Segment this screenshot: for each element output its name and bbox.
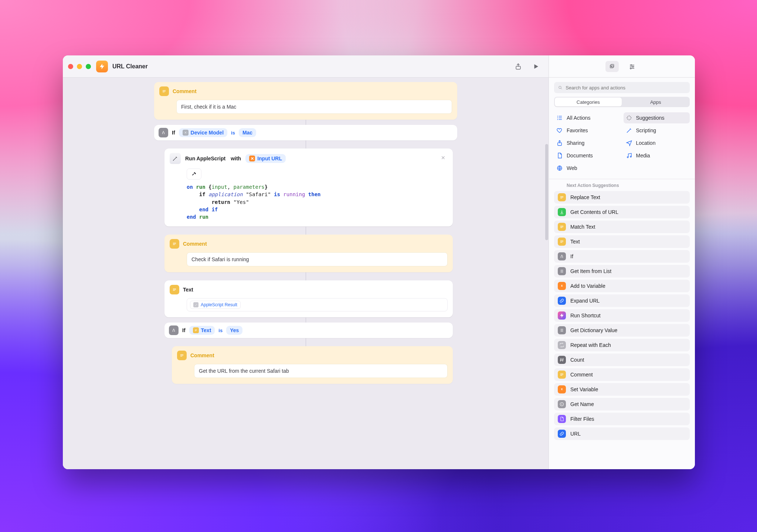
globe-icon — [556, 165, 563, 171]
list-icon — [558, 326, 566, 334]
suggestion-label: Get Contents of URL — [570, 209, 618, 215]
action-title: Run AppleScript — [185, 156, 225, 161]
comment-text[interactable]: Get the URL from the current Safari tab — [194, 364, 448, 378]
action-text[interactable]: Text AppleScript Result — [164, 280, 453, 317]
action-with-label: with — [231, 156, 241, 161]
action-title: Text — [183, 287, 193, 293]
cat-scripting[interactable]: Scripting — [624, 125, 690, 136]
repeat-icon — [558, 341, 566, 349]
x-icon: x — [558, 282, 566, 290]
suggestions-list: Replace TextGet Contents of URLMatch Tex… — [549, 191, 695, 444]
suggestion-item[interactable]: Repeat with Each — [554, 339, 690, 351]
action-title: Comment — [190, 352, 214, 358]
suggestion-item[interactable]: Run Shortcut — [554, 309, 690, 322]
suggestion-item[interactable]: Filter Files — [554, 413, 690, 425]
suggestion-item[interactable]: Count — [554, 354, 690, 366]
run-button[interactable] — [529, 60, 543, 73]
library-panel: Categories Apps All Actions Suggestions … — [549, 55, 695, 469]
if-variable-pill[interactable]: Device Model — [179, 128, 227, 137]
suggestion-item[interactable]: Get Name — [554, 398, 690, 410]
suggestion-item[interactable]: Text — [554, 235, 690, 248]
scrollbar-thumb[interactable] — [545, 144, 548, 240]
suggestion-item[interactable]: Expand URL — [554, 294, 690, 307]
suggestion-item[interactable]: xSet Variable — [554, 383, 690, 396]
action-comment[interactable]: Comment Get the URL from the current Saf… — [172, 346, 453, 384]
text-icon — [558, 223, 566, 231]
seg-categories[interactable]: Categories — [555, 98, 622, 106]
svg-point-8 — [185, 132, 186, 133]
svg-point-36 — [557, 116, 558, 116]
suggestion-item[interactable]: Get Contents of URL — [554, 206, 690, 218]
text-icon — [558, 193, 566, 201]
list-icon — [558, 267, 566, 275]
script-code[interactable]: on run {input, parameters} if applicatio… — [187, 183, 448, 221]
cat-label: Suggestions — [636, 115, 665, 121]
suggestion-item[interactable]: Get Item from List — [554, 265, 690, 277]
suggestion-label: Get Item from List — [570, 268, 611, 274]
settings-button[interactable] — [625, 61, 639, 72]
library-add-button[interactable] — [605, 61, 619, 72]
if-operator[interactable]: is — [218, 328, 223, 333]
comment-icon — [177, 351, 187, 360]
cat-label: Scripting — [636, 127, 656, 133]
zoom-window-button[interactable] — [86, 64, 91, 69]
suggestion-item[interactable]: Comment — [554, 368, 690, 381]
cat-documents[interactable]: Documents — [554, 150, 621, 161]
wand-icon — [626, 127, 632, 134]
suggestion-label: Filter Files — [570, 416, 594, 422]
cat-suggestions[interactable]: Suggestions — [624, 112, 690, 123]
variable-token[interactable]: AppleScript Result — [190, 301, 241, 309]
suggestion-item[interactable]: Match Text — [554, 221, 690, 233]
suggestion-label: Add to Variable — [570, 283, 605, 289]
cat-location[interactable]: Location — [624, 137, 690, 149]
search-input[interactable] — [566, 85, 686, 91]
library-segmented-control[interactable]: Categories Apps — [554, 97, 690, 107]
suggestion-item[interactable]: Replace Text — [554, 191, 690, 204]
comment-text[interactable]: Check if Safari is running — [187, 252, 448, 266]
if-operator[interactable]: is — [231, 130, 235, 136]
input-variable-name: Input URL — [257, 156, 282, 161]
cat-web[interactable]: Web — [554, 163, 621, 174]
close-icon[interactable]: ✕ — [439, 154, 447, 162]
suggestion-label: Expand URL — [570, 298, 600, 304]
action-comment[interactable]: Comment Check if Safari is running — [164, 235, 453, 272]
compile-button[interactable] — [187, 168, 201, 180]
input-variable-pill[interactable]: ✕ Input URL — [245, 154, 286, 163]
action-if[interactable]: If Device Model is Mac — [154, 125, 457, 140]
suggestions-title: Next Action Suggestions — [549, 183, 695, 191]
cat-all-actions[interactable]: All Actions — [554, 112, 621, 123]
workflow-editor[interactable]: Comment First, check if it is a Mac If D… — [63, 78, 549, 469]
comment-text[interactable]: First, check if it is a Mac — [176, 100, 452, 114]
hash-icon — [558, 356, 566, 364]
suggestion-item[interactable]: URL — [554, 427, 690, 440]
suggestion-item[interactable]: Get Dictionary Value — [554, 324, 690, 337]
cat-label: Documents — [567, 153, 593, 158]
svg-point-40 — [557, 119, 558, 120]
bolt-icon — [558, 311, 566, 320]
svg-text:x: x — [561, 284, 563, 287]
gear-icon — [183, 130, 189, 136]
if-value-pill[interactable]: Mac — [239, 128, 256, 137]
cat-sharing[interactable]: Sharing — [554, 137, 621, 149]
if-value-pill[interactable]: Yes — [226, 326, 242, 335]
cat-media[interactable]: Media — [624, 150, 690, 161]
share-button[interactable] — [511, 60, 526, 73]
minimize-window-button[interactable] — [77, 64, 82, 69]
suggestion-item[interactable]: If — [554, 250, 690, 263]
action-if[interactable]: If Text is Yes — [164, 323, 453, 338]
action-title: Comment — [183, 241, 207, 247]
cat-favorites[interactable]: Favorites — [554, 125, 621, 136]
suggestion-label: Text — [570, 239, 580, 245]
svg-line-35 — [561, 88, 561, 89]
window-title: URL Cleaner — [112, 63, 148, 70]
cat-label: Media — [636, 153, 650, 158]
suggestion-item[interactable]: xAdd to Variable — [554, 280, 690, 292]
download-icon — [558, 208, 566, 216]
search-icon — [558, 85, 563, 90]
if-variable-pill[interactable]: Text — [189, 326, 215, 335]
seg-apps[interactable]: Apps — [622, 98, 689, 106]
search-field[interactable] — [554, 82, 690, 93]
action-comment[interactable]: Comment First, check if it is a Mac — [154, 82, 457, 120]
action-run-applescript[interactable]: Run AppleScript with ✕ Input URL ✕ on ru… — [164, 149, 453, 226]
close-window-button[interactable] — [68, 64, 73, 69]
